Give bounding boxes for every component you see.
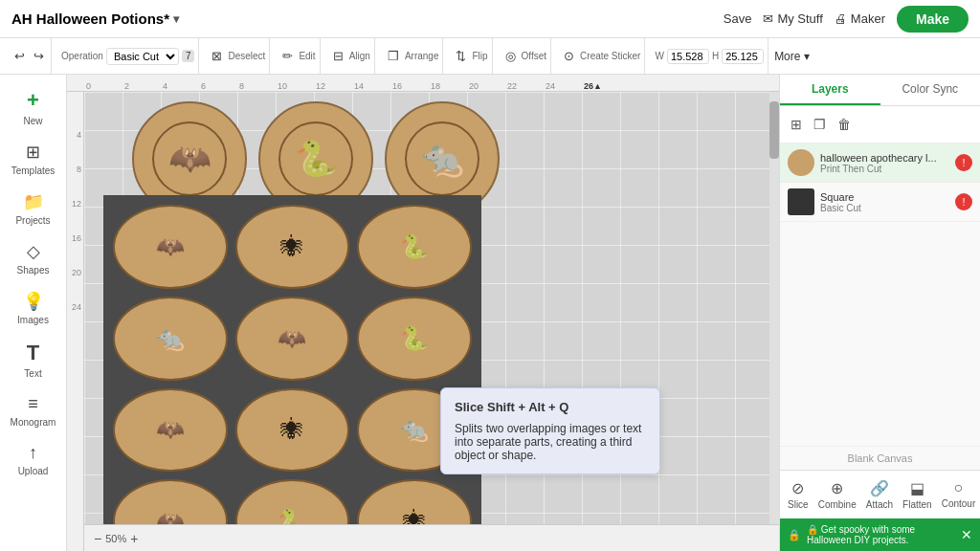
monogram-icon: ≡ bbox=[28, 394, 38, 414]
layer-item-1[interactable]: Square Basic Cut ! bbox=[780, 183, 980, 222]
width-input[interactable] bbox=[667, 49, 709, 64]
mystuff-button[interactable]: ✉ My Stuff bbox=[763, 11, 822, 26]
arrange-button[interactable]: ❐ bbox=[385, 47, 402, 65]
sidebar-item-text[interactable]: T Text bbox=[5, 335, 62, 385]
layer-name-0: halloween apothecary l... bbox=[820, 152, 949, 164]
vertical-ruler: 4 8 12 16 20 24 bbox=[67, 92, 84, 551]
layer-item-0[interactable]: halloween apothecary l... Print Then Cut… bbox=[780, 143, 980, 183]
operation-label: Operation bbox=[61, 51, 103, 61]
align-button[interactable]: ⊟ bbox=[330, 47, 346, 65]
sidebar-item-shapes-label: Shapes bbox=[17, 265, 50, 276]
delete-button[interactable]: 🗑 bbox=[835, 114, 854, 135]
make-button[interactable]: Make bbox=[897, 6, 969, 33]
toolbar-flip-group: ⇅ Flip bbox=[449, 38, 492, 74]
redo-button[interactable]: ↪ bbox=[31, 47, 47, 65]
zoom-out-button[interactable]: − bbox=[94, 531, 101, 546]
sidebar-item-new[interactable]: + New bbox=[5, 82, 62, 132]
sidebar-item-images[interactable]: 💡 Images bbox=[5, 285, 62, 331]
sidebar-item-upload[interactable]: ↑ Upload bbox=[5, 437, 62, 482]
canvas-scrollbar[interactable] bbox=[769, 92, 779, 524]
sidebar-item-projects-label: Projects bbox=[15, 215, 50, 226]
right-panel: Layers Color Sync ⊞ ❐ 🗑 halloween apothe… bbox=[779, 75, 980, 551]
layer-warning-1: ! bbox=[955, 193, 972, 210]
promo-close-button[interactable]: ✕ bbox=[961, 527, 972, 542]
tab-color-sync[interactable]: Color Sync bbox=[880, 75, 981, 105]
promo-text: 🔒 Get spooky with some Halloween DIY pro… bbox=[807, 524, 955, 545]
height-input[interactable] bbox=[722, 49, 764, 64]
size-label: W bbox=[655, 51, 663, 61]
promo-icon: 🔒 bbox=[788, 529, 801, 541]
sidebar-item-templates-label: Templates bbox=[11, 165, 56, 176]
sidebar-item-images-label: Images bbox=[17, 315, 49, 325]
blank-canvas-label: Blank Canvas bbox=[780, 446, 980, 470]
toolbar-offset-group: ◎ Offset bbox=[499, 38, 552, 74]
grid-circle-8: 🕷 bbox=[235, 388, 350, 473]
maker-button[interactable]: 🖨 Maker bbox=[835, 11, 885, 26]
toolbar-deselect-group: ⊠ Deselect bbox=[205, 38, 270, 74]
sticker-label: Create Sticker bbox=[580, 51, 640, 61]
flip-button[interactable]: ⇅ bbox=[453, 47, 469, 65]
grid-circle-7: 🦇 bbox=[113, 388, 228, 473]
title-chevron-icon[interactable]: ▾ bbox=[173, 12, 179, 26]
mystuff-icon: ✉ bbox=[763, 11, 773, 26]
svg-text:🐀: 🐀 bbox=[421, 138, 464, 179]
snake-svg: 🐍 bbox=[278, 121, 354, 197]
grid-circle-2: 🕷 bbox=[235, 205, 350, 289]
undo-button[interactable]: ↩ bbox=[11, 47, 28, 65]
combine-button[interactable]: ⊕ Combine bbox=[814, 476, 860, 513]
tooltip-description: Splits two overlapping images or text in… bbox=[455, 422, 646, 462]
group-button[interactable]: ⊞ bbox=[788, 114, 805, 135]
title-text: AH Halloween Potions* bbox=[11, 11, 169, 27]
canvas-area[interactable]: 024 6810 121416 182022 2426▲ 4 8 12 16 2… bbox=[67, 75, 779, 551]
zoom-in-button[interactable]: + bbox=[130, 531, 138, 546]
panel-tabs: Layers Color Sync bbox=[780, 75, 980, 106]
tooltip-title: Slice Shift + Alt + Q bbox=[455, 400, 646, 414]
offset-button[interactable]: ◎ bbox=[502, 47, 519, 65]
sidebar-item-monogram[interactable]: ≡ Monogram bbox=[5, 388, 62, 433]
layer-thumb-0 bbox=[788, 149, 814, 176]
layers-list: halloween apothecary l... Print Then Cut… bbox=[780, 143, 980, 446]
attach-icon: 🔗 bbox=[870, 479, 889, 497]
create-sticker-button[interactable]: ⊙ bbox=[561, 47, 577, 65]
zoom-bar: − 50% + bbox=[84, 524, 779, 551]
deselect-button[interactable]: ⊠ bbox=[209, 47, 225, 65]
align-label: Align bbox=[349, 51, 370, 61]
duplicate-button[interactable]: ❐ bbox=[811, 114, 829, 135]
sidebar-item-new-label: New bbox=[23, 116, 42, 126]
slice-button[interactable]: ⊘ Slice bbox=[784, 476, 813, 513]
flip-label: Flip bbox=[472, 51, 487, 61]
layer-name-1: Square bbox=[820, 191, 949, 203]
top-bar: AH Halloween Potions* ▾ Save ✉ My Stuff … bbox=[0, 0, 980, 38]
combine-icon: ⊕ bbox=[831, 479, 843, 497]
flatten-icon: ⬓ bbox=[910, 479, 924, 497]
tab-layers[interactable]: Layers bbox=[780, 75, 880, 105]
deselect-label: Deselect bbox=[228, 51, 265, 61]
layer-warning-0: ! bbox=[955, 154, 972, 171]
bottom-tools: ⊘ Slice ⊕ Combine 🔗 Attach ⬓ Flatten ○ bbox=[780, 471, 980, 518]
grid-circle-6: 🐍 bbox=[357, 297, 472, 381]
contour-icon: ○ bbox=[954, 479, 964, 496]
attach-button[interactable]: 🔗 Attach bbox=[862, 476, 897, 513]
save-button[interactable]: Save bbox=[724, 11, 752, 26]
layer-type-1: Basic Cut bbox=[820, 203, 949, 213]
promo-bar: 🔒 🔒 Get spooky with some Halloween DIY p… bbox=[780, 518, 980, 551]
contour-button[interactable]: ○ Contour bbox=[938, 476, 980, 513]
toolbar-arrange-group: ❐ Arrange bbox=[381, 38, 444, 74]
grid-circle-3: 🐍 bbox=[357, 205, 472, 289]
edit-button[interactable]: ✏ bbox=[279, 47, 296, 65]
more-button[interactable]: More ▾ bbox=[774, 50, 810, 63]
document-title: AH Halloween Potions* ▾ bbox=[11, 11, 179, 27]
layer-info-0: halloween apothecary l... Print Then Cut bbox=[820, 152, 949, 174]
rat-svg: 🐀 bbox=[404, 121, 480, 197]
sidebar-item-projects[interactable]: 📁 Projects bbox=[5, 186, 62, 231]
projects-icon: 📁 bbox=[23, 191, 44, 212]
toolbar-new-group: ↩ ↪ bbox=[8, 38, 52, 74]
text-icon: T bbox=[27, 341, 39, 365]
panel-actions: ⊞ ❐ 🗑 bbox=[780, 106, 980, 143]
flatten-button[interactable]: ⬓ Flatten bbox=[899, 476, 936, 513]
sidebar-item-templates[interactable]: ⊞ Templates bbox=[5, 136, 62, 182]
sidebar-item-shapes[interactable]: ◇ Shapes bbox=[5, 235, 62, 281]
layer-info-1: Square Basic Cut bbox=[820, 191, 949, 213]
operation-select[interactable]: Basic Cut bbox=[106, 48, 179, 65]
grid-circle-1: 🦇 bbox=[113, 205, 228, 289]
